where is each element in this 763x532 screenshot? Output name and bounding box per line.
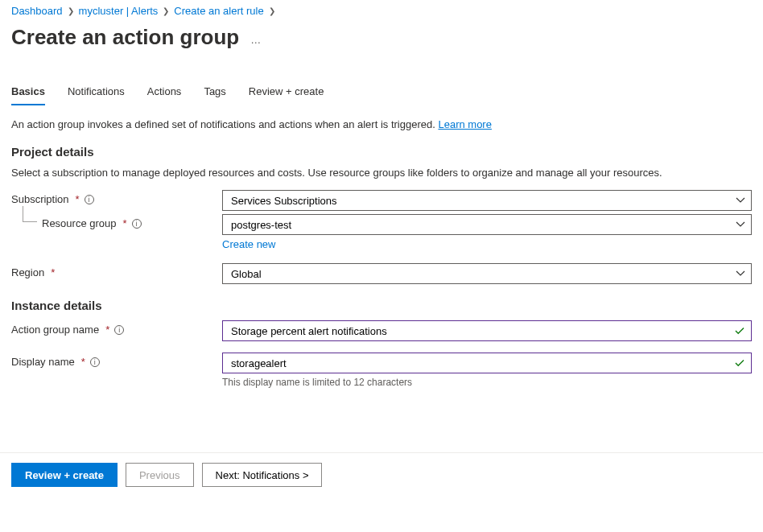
tab-notifications[interactable]: Notifications (68, 85, 125, 105)
region-label: Region (11, 266, 44, 278)
resource-group-select[interactable] (222, 214, 752, 235)
info-icon[interactable]: i (114, 325, 124, 335)
display-name-input[interactable] (222, 353, 752, 373)
resource-group-label: Resource group (42, 217, 117, 229)
more-actions-button[interactable]: … (250, 34, 262, 46)
footer: Review + create Previous Next: Notificat… (0, 452, 763, 497)
breadcrumb-create-alert-rule[interactable]: Create an alert rule (174, 5, 263, 17)
project-details-sub: Select a subscription to manage deployed… (11, 167, 752, 179)
project-details-heading: Project details (11, 145, 752, 159)
breadcrumb-dashboard[interactable]: Dashboard (11, 5, 63, 17)
next-button[interactable]: Next: Notifications > (202, 463, 323, 487)
region-select[interactable] (222, 263, 752, 284)
check-icon (734, 357, 745, 369)
subscription-label: Subscription (11, 193, 69, 205)
required-icon: * (105, 324, 109, 336)
tab-actions[interactable]: Actions (147, 85, 182, 105)
tabs: Basics Notifications Actions Tags Review… (11, 85, 752, 105)
required-icon: * (76, 193, 80, 205)
required-icon: * (123, 217, 127, 229)
breadcrumb: Dashboard ❯ mycluster | Alerts ❯ Create … (11, 2, 752, 22)
info-icon[interactable]: i (85, 195, 94, 204)
required-icon: * (51, 266, 55, 278)
instance-details-heading: Instance details (11, 299, 752, 312)
subscription-select[interactable] (222, 190, 752, 211)
create-new-link[interactable]: Create new (222, 238, 275, 250)
learn-more-link[interactable]: Learn more (438, 118, 491, 130)
display-name-hint: This display name is limited to 12 chara… (222, 377, 752, 388)
required-icon: * (81, 356, 85, 368)
previous-button[interactable]: Previous (126, 463, 194, 487)
chevron-right-icon: ❯ (163, 6, 169, 15)
action-group-name-input[interactable] (222, 320, 752, 341)
breadcrumb-cluster-alerts[interactable]: mycluster | Alerts (79, 5, 159, 17)
info-icon[interactable]: i (90, 357, 100, 367)
indent-line (23, 206, 37, 222)
review-create-button[interactable]: Review + create (11, 463, 118, 487)
page-title: Create an action group (11, 25, 239, 50)
chevron-right-icon: ❯ (269, 6, 275, 15)
action-group-name-label: Action group name (11, 324, 99, 336)
tab-basics[interactable]: Basics (11, 85, 45, 105)
info-icon[interactable]: i (132, 219, 142, 229)
chevron-right-icon: ❯ (68, 6, 74, 15)
display-name-label: Display name (11, 356, 75, 368)
description: An action group invokes a defined set of… (11, 118, 752, 130)
check-icon (734, 325, 745, 336)
tab-tags[interactable]: Tags (204, 85, 225, 105)
tab-review-create[interactable]: Review + create (249, 85, 324, 105)
